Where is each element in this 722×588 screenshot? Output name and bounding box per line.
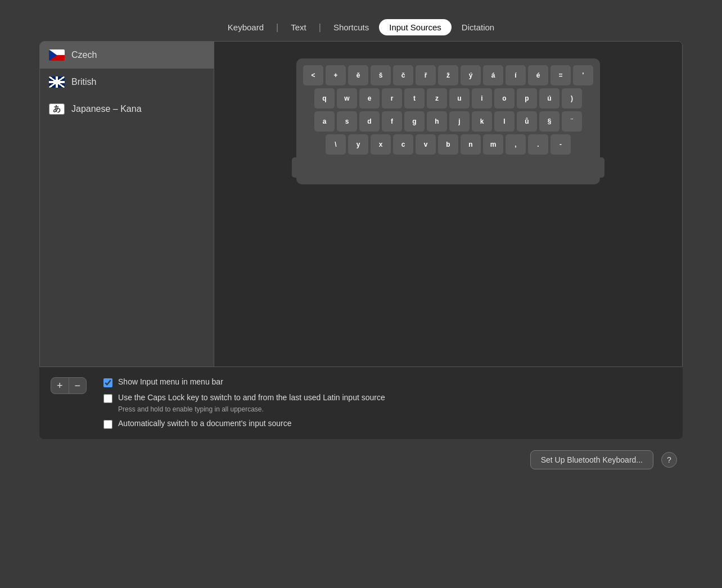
- key-w: w: [337, 88, 357, 108]
- key-row-2: q w e r t z u i o p ú ): [302, 88, 594, 108]
- key-d: d: [359, 111, 380, 132]
- help-button[interactable]: ?: [661, 452, 677, 468]
- tab-shortcuts[interactable]: Shortcuts: [323, 19, 379, 35]
- key-u-acute: ú: [539, 88, 559, 108]
- lang-item-british[interactable]: British: [40, 69, 214, 96]
- key-apostrophe: ': [573, 65, 593, 85]
- show-input-menu-label[interactable]: Show Input menu in menu bar: [118, 377, 223, 386]
- key-modifier-l3: [358, 157, 378, 178]
- panels: Czech British あ Japanese – Kana < +: [39, 41, 683, 367]
- key-row-1: < + ě š č ř ž ý á í é = ': [302, 65, 594, 85]
- key-lt: <: [303, 65, 323, 85]
- key-j: j: [449, 111, 470, 132]
- key-l: l: [494, 111, 515, 132]
- key-e-hook: ě: [348, 65, 368, 85]
- key-k: k: [472, 111, 492, 132]
- lang-label-czech: Czech: [71, 50, 97, 60]
- preferences-window: Keyboard | Text | Shortcuts Input Source…: [28, 11, 694, 486]
- key-e: e: [359, 88, 380, 108]
- key-f: f: [382, 111, 402, 132]
- key-row-3: a s d f g h j k l ů § ¨: [302, 111, 594, 132]
- keyboard-visual: < + ě š č ř ž ý á í é = ': [296, 58, 600, 184]
- czech-flag-icon: [49, 49, 65, 61]
- tab-input-sources[interactable]: Input Sources: [379, 19, 452, 35]
- key-row-5: [302, 157, 594, 178]
- key-o: o: [494, 88, 515, 108]
- key-y2: y: [348, 134, 368, 155]
- key-a-acute: á: [483, 65, 503, 85]
- key-row-4: \ y x c v b n m , . -: [302, 134, 594, 155]
- key-y-acute: ý: [461, 65, 481, 85]
- key-plus: +: [326, 65, 346, 85]
- key-v: v: [416, 134, 436, 155]
- tab-bar: Keyboard | Text | Shortcuts Input Source…: [28, 11, 694, 41]
- key-z: z: [427, 88, 447, 108]
- key-m: m: [483, 134, 503, 155]
- tab-sep-1: |: [274, 22, 281, 33]
- key-modifier-l2: [325, 157, 356, 178]
- checkbox-row-auto-switch: Automatically switch to a document's inp…: [103, 419, 385, 429]
- checkbox-row-show-menu: Show Input menu in menu bar: [103, 377, 385, 387]
- key-rparen: ): [562, 88, 582, 108]
- key-diaeresis: ¨: [562, 111, 582, 132]
- key-backslash: \: [326, 134, 346, 155]
- key-a: a: [314, 111, 335, 132]
- keyboard-panel: < + ě š č ř ž ý á í é = ': [214, 42, 682, 367]
- key-section: §: [539, 111, 559, 132]
- lang-item-czech[interactable]: Czech: [40, 42, 214, 69]
- lang-label-british: British: [71, 77, 96, 87]
- lang-label-japanese: Japanese – Kana: [71, 104, 142, 114]
- key-modifier-r4: [574, 157, 604, 178]
- key-s-caron: š: [371, 65, 391, 85]
- key-z-caron: ž: [438, 65, 458, 85]
- key-modifier-l1: [292, 157, 323, 178]
- key-t: t: [404, 88, 425, 108]
- key-modifier-r2: [518, 157, 538, 178]
- key-hyphen: -: [550, 134, 571, 155]
- key-i: i: [472, 88, 492, 108]
- japanese-flag-icon: あ: [49, 103, 65, 115]
- caps-lock-checkbox[interactable]: [103, 394, 112, 403]
- key-equals: =: [550, 65, 571, 85]
- key-s: s: [337, 111, 357, 132]
- key-b: b: [438, 134, 458, 155]
- language-list: Czech British あ Japanese – Kana: [40, 42, 214, 367]
- bluetooth-keyboard-button[interactable]: Set Up Bluetooth Keyboard...: [530, 450, 653, 469]
- key-modifier-r1: [495, 157, 516, 178]
- key-i-acute: í: [506, 65, 526, 85]
- auto-switch-label[interactable]: Automatically switch to a document's inp…: [118, 419, 292, 428]
- key-u: u: [449, 88, 470, 108]
- bottom-controls: + − Show Input menu in menu bar Use the …: [39, 367, 683, 439]
- key-space: [381, 157, 493, 178]
- key-n: n: [461, 134, 481, 155]
- key-u-ring: ů: [517, 111, 537, 132]
- key-modifier-r3: [540, 157, 571, 178]
- key-c: c: [393, 134, 413, 155]
- tab-dictation[interactable]: Dictation: [452, 19, 504, 35]
- remove-language-button[interactable]: −: [69, 378, 87, 393]
- caps-lock-label[interactable]: Use the Caps Lock key to switch to and f…: [118, 393, 385, 402]
- key-h: h: [427, 111, 447, 132]
- content-area: Czech British あ Japanese – Kana < +: [39, 41, 683, 439]
- show-input-menu-checkbox[interactable]: [103, 378, 112, 387]
- lang-item-japanese-kana[interactable]: あ Japanese – Kana: [40, 96, 214, 123]
- tab-text[interactable]: Text: [281, 19, 317, 35]
- key-q: q: [314, 88, 335, 108]
- checkbox-row-caps-lock: Use the Caps Lock key to switch to and f…: [103, 393, 385, 403]
- add-language-button[interactable]: +: [51, 378, 69, 393]
- key-comma: ,: [506, 134, 526, 155]
- key-r-caron: ř: [416, 65, 436, 85]
- auto-switch-checkbox[interactable]: [103, 420, 112, 429]
- key-g: g: [404, 111, 425, 132]
- tab-keyboard[interactable]: Keyboard: [218, 19, 274, 35]
- key-x: x: [371, 134, 391, 155]
- key-period: .: [528, 134, 548, 155]
- key-e-acute: é: [528, 65, 548, 85]
- key-r: r: [382, 88, 402, 108]
- caps-lock-sublabel: Press and hold to enable typing in all u…: [118, 405, 385, 413]
- checkboxes-area: Show Input menu in menu bar Use the Caps…: [103, 377, 385, 429]
- add-remove-group: + −: [51, 377, 87, 394]
- footer: Set Up Bluetooth Keyboard... ?: [28, 439, 694, 486]
- british-flag-icon: [49, 76, 65, 88]
- key-p: p: [517, 88, 537, 108]
